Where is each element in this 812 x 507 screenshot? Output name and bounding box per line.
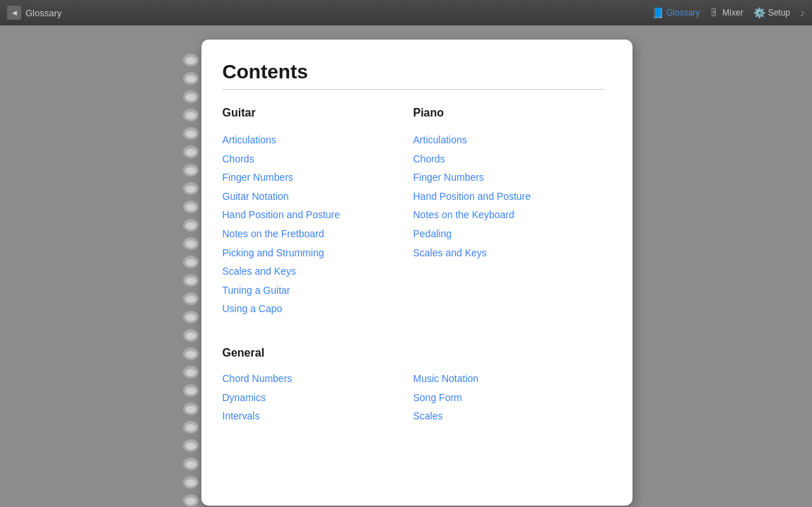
guitar-link-capo[interactable]: Using a Capo (223, 299, 413, 318)
guitar-link-hand-position[interactable]: Hand Position and Posture (223, 205, 413, 225)
ring (183, 329, 199, 342)
main-area: Contents Guitar Articulations Chords Fin… (0, 25, 812, 507)
ring (183, 201, 199, 213)
guitar-column: Guitar Articulations Chords Finger Numbe… (223, 107, 413, 341)
guitar-link-picking[interactable]: Picking and Strumming (223, 244, 413, 263)
general-section: General Chord Numbers Dynamics Intervals… (223, 347, 604, 426)
general-right-column: Music Notation Song Form Scales (413, 369, 604, 426)
ring (183, 311, 199, 323)
piano-column: Piano Articulations Chords Finger Number… (413, 107, 604, 341)
guitar-link-articulations[interactable]: Articulations (223, 131, 413, 150)
topbar: Glossary 📘 Glossary 🎚 Mixer ⚙️ Setup ♪ (0, 0, 812, 25)
general-link-dynamics[interactable]: Dynamics (223, 388, 413, 407)
ring (183, 384, 199, 397)
piano-link-scales-keys[interactable]: Scales and Keys (413, 244, 604, 263)
topbar-left: Glossary (7, 6, 61, 20)
piano-links: Articulations Chords Finger Numbers Hand… (413, 131, 604, 262)
ring (183, 90, 199, 103)
piano-section: Piano Articulations Chords Finger Number… (413, 107, 604, 262)
ring (183, 145, 199, 158)
piano-link-hand-position[interactable]: Hand Position and Posture (413, 187, 604, 206)
ring (183, 237, 199, 250)
general-link-chord-numbers[interactable]: Chord Numbers (223, 369, 413, 388)
guitar-section: Guitar Articulations Chords Finger Numbe… (223, 107, 413, 318)
guitar-link-chords[interactable]: Chords (223, 150, 413, 169)
piano-link-chords[interactable]: Chords (413, 150, 604, 169)
back-button[interactable] (7, 6, 21, 20)
general-left-column: Chord Numbers Dynamics Intervals (223, 369, 413, 426)
ring (183, 402, 199, 415)
guitar-link-finger-numbers[interactable]: Finger Numbers (223, 168, 413, 187)
setup-label: Setup (768, 8, 790, 18)
ring (183, 54, 199, 66)
ring (183, 164, 199, 177)
mixer-icon: 🎚 (710, 7, 719, 18)
general-columns: Chord Numbers Dynamics Intervals Music N… (223, 369, 604, 426)
ring (183, 458, 199, 470)
guitar-link-tuning[interactable]: Tuning a Guitar (223, 281, 413, 300)
guitar-link-notes-fretboard[interactable]: Notes on the Fretboard (223, 225, 413, 244)
general-right-links: Music Notation Song Form Scales (413, 369, 604, 426)
guitar-heading: Guitar (223, 107, 413, 119)
ring (183, 494, 199, 507)
general-link-scales[interactable]: Scales (413, 407, 604, 426)
music-icon: ♪ (800, 7, 805, 18)
nav-music[interactable]: ♪ (800, 7, 805, 18)
nav-glossary[interactable]: 📘 Glossary (652, 7, 700, 18)
page-title: Contents (223, 61, 604, 83)
general-link-intervals[interactable]: Intervals (223, 407, 413, 426)
piano-heading: Piano (413, 107, 604, 119)
page: Contents Guitar Articulations Chords Fin… (201, 40, 632, 506)
general-heading: General (223, 347, 604, 359)
piano-link-pedaling[interactable]: Pedaling (413, 225, 604, 244)
general-link-music-notation[interactable]: Music Notation (413, 369, 604, 388)
general-left-links: Chord Numbers Dynamics Intervals (223, 369, 413, 426)
general-link-song-form[interactable]: Song Form (413, 388, 604, 407)
ring (183, 256, 199, 268)
ring (183, 127, 199, 140)
topbar-right: 📘 Glossary 🎚 Mixer ⚙️ Setup ♪ (652, 7, 805, 18)
ring (183, 182, 199, 195)
setup-icon: ⚙️ (753, 7, 765, 18)
piano-link-finger-numbers[interactable]: Finger Numbers (413, 168, 604, 187)
ring (183, 421, 199, 434)
piano-link-articulations[interactable]: Articulations (413, 131, 604, 150)
ring (183, 347, 199, 360)
ring (183, 219, 199, 232)
ring (183, 72, 199, 85)
ring (183, 476, 199, 489)
nav-setup[interactable]: ⚙️ Setup (753, 7, 790, 18)
guitar-links: Articulations Chords Finger Numbers Guit… (223, 131, 413, 318)
app-title: Glossary (25, 8, 61, 18)
spiral-binding (180, 40, 201, 506)
guitar-piano-columns: Guitar Articulations Chords Finger Numbe… (223, 107, 604, 341)
title-divider (223, 89, 604, 90)
guitar-link-scales-keys[interactable]: Scales and Keys (223, 262, 413, 281)
piano-link-notes-keyboard[interactable]: Notes on the Keyboard (413, 205, 604, 225)
notebook: Contents Guitar Articulations Chords Fin… (180, 40, 632, 506)
glossary-label: Glossary (666, 8, 700, 18)
mixer-label: Mixer (722, 8, 743, 18)
ring (183, 439, 199, 452)
ring (183, 109, 199, 121)
nav-mixer[interactable]: 🎚 Mixer (710, 7, 743, 18)
ring (183, 366, 199, 378)
guitar-link-guitar-notation[interactable]: Guitar Notation (223, 187, 413, 206)
ring (183, 292, 199, 305)
ring (183, 274, 199, 287)
glossary-icon: 📘 (652, 7, 664, 18)
